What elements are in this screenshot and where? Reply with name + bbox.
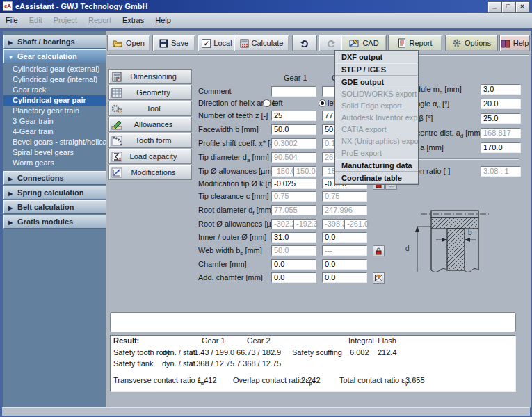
row-transmission-ratio: Transmission ratio [-] 3.08 : 1 <box>0 166 532 178</box>
gear2-tip-clearance-value: 0.75 <box>322 191 367 202</box>
gear1-tip-clearance-value: 0.75 <box>271 191 316 202</box>
safety-tooth-root-gear2: 66.73 / 182.9 <box>236 348 281 357</box>
redo-icon <box>326 39 336 47</box>
calculate-button[interactable]: Calculate <box>234 35 289 51</box>
row-normal-module: Normal module mn [mm] 3.0 <box>0 84 532 96</box>
gear1-add-chamfer-input[interactable]: 0.0 <box>271 272 316 283</box>
menu-item-manufacturing-data[interactable]: Manufacturing data <box>335 159 418 172</box>
gear2-root-allowance-lower: -261.0 <box>344 219 367 229</box>
cad-icon <box>348 38 360 48</box>
safety-tooth-root-label: Safety tooth root <box>113 348 170 357</box>
results-integral-header: Integral <box>348 336 374 345</box>
gear2-add-chamfer-input[interactable]: 0.0 <box>322 272 367 283</box>
results-gear2-header: Gear 2 <box>247 336 271 345</box>
diagram-di-label: di <box>405 245 410 252</box>
help-button[interactable]: Help <box>499 35 530 51</box>
overlap-contact-ratio-value: 2.242 <box>301 376 321 384</box>
tip-clearance-label: Tip clearance c [mm] <box>198 192 269 200</box>
gear2-chamfer-input[interactable]: 0.0 <box>322 259 367 270</box>
transmission-ratio-value: 3.08 : 1 <box>481 166 521 177</box>
menu-help[interactable]: Help <box>150 16 177 24</box>
sidebar-section-gear-calculation[interactable]: ▼ Gear calculation <box>3 49 109 63</box>
local-toggle[interactable]: ✓ Local <box>198 35 236 51</box>
message-area <box>110 312 516 332</box>
menu-item-step-iges[interactable]: STEP / IGES <box>335 63 418 76</box>
menu-bar: File Edit Project Report Extras Help <box>0 13 532 28</box>
row-tip-clearance: Tip clearance c [mm] 0.75 0.75 <box>0 191 532 203</box>
diagram-bs-label: bs <box>468 229 472 236</box>
menu-report: Report <box>83 16 117 24</box>
gear1-root-allowance-upper: -302.2 <box>271 219 293 229</box>
menu-item-gde-output[interactable]: GDE output <box>335 76 418 88</box>
gear1-inner-outer-input[interactable]: 31.0 <box>271 232 316 243</box>
menu-item-coordinate-table[interactable]: Coordinate table <box>335 172 418 184</box>
results-title: Result: <box>113 336 139 345</box>
options-button[interactable]: Options <box>445 35 498 51</box>
calculator-icon <box>240 39 249 48</box>
results-flash-header: Flash <box>378 336 396 345</box>
row-centre-distance: Centre dist. a [mm] 170.0 <box>0 142 532 154</box>
web-width-label: Web width bs [mm] <box>198 246 262 256</box>
expanded-arrow-icon: ▼ <box>8 51 15 64</box>
root-diameter-label: Root diameter df [mm] <box>198 206 273 216</box>
title-bar: eA eAssistant - GWJ Technology GmbH <box>0 0 532 13</box>
gear1-web-width-value: 50.0 <box>271 245 316 256</box>
window-title: eAssistant - GWJ Technology GmbH <box>15 2 148 10</box>
sidebar-section-shaft-bearings[interactable]: ▶ Shaft / bearings <box>3 35 109 49</box>
undo-button[interactable] <box>292 35 317 51</box>
helix-angle-input[interactable]: 25.0 <box>481 113 521 124</box>
row-helix-angle: Helix angle β [°] 25.0 <box>0 113 532 125</box>
root-allowances-label: Root Ø allowances [µm] <box>198 220 280 228</box>
safety-scuffing-flash: 212.4 <box>378 348 397 357</box>
lock-icon[interactable] <box>373 245 385 256</box>
sidebar-item-cylindrical-gear-internal[interactable]: Cylindrical gear (internal) <box>3 74 113 85</box>
minimize-button[interactable]: _ <box>487 1 501 13</box>
local-checkbox[interactable]: ✓ <box>202 39 211 48</box>
save-button[interactable]: Save <box>152 35 195 51</box>
chamfer-label: Chamfer [mm] <box>198 260 247 268</box>
gear2-inner-outer-input[interactable]: 0.0 <box>322 232 367 243</box>
menu-item-dxf-output[interactable]: DXF output <box>335 51 418 63</box>
collapsed-arrow-icon: ▶ <box>8 37 15 49</box>
gear2-root-diameter-value: 247.996 <box>322 205 367 215</box>
report-button[interactable]: Report <box>388 35 442 51</box>
add-chamfer-label: Add. chamfer [mm] <box>198 273 263 281</box>
report-document-icon <box>398 38 406 48</box>
maximize-button[interactable]: □ <box>501 1 515 13</box>
total-contact-ratio-label: Total contact ratio εγ: <box>339 376 410 386</box>
gear1-chamfer-input[interactable]: 0.0 <box>271 259 316 270</box>
menu-extras[interactable]: Extras <box>117 16 150 24</box>
menu-item-nx-unigraphics-export: NX (Unigraphics) export <box>335 136 418 147</box>
cad-button[interactable]: CAD <box>341 35 387 51</box>
gear-section-diagram: di bs <box>400 206 504 288</box>
tab-dimensioning[interactable]: Dimensioning <box>108 69 192 84</box>
transverse-contact-ratio-label: Transverse contact ratio εα: <box>113 376 206 386</box>
gear1-modification-tip-input[interactable]: -0.025 <box>271 179 316 189</box>
gear2-root-allowance-upper: -398.3 <box>322 219 344 229</box>
app-icon: eA <box>3 1 13 11</box>
dimensioning-icon <box>111 72 122 82</box>
centre-distance-input[interactable]: 170.0 <box>481 142 521 153</box>
open-button[interactable]: Open <box>107 35 150 51</box>
open-folder-icon <box>113 39 123 48</box>
toolbar-separator <box>107 54 529 56</box>
safety-flank-gear1: 7.368 / 12.75 <box>190 359 234 368</box>
close-button[interactable]: × <box>515 1 529 13</box>
save-disk-icon <box>159 39 168 48</box>
row-pressure-angle: Pressure angle αn [°] 20.0 <box>0 99 532 111</box>
normal-module-input[interactable]: 3.0 <box>481 84 521 95</box>
undo-icon <box>300 39 309 47</box>
menu-edit: Edit <box>24 16 48 24</box>
row-modification-tip: Modification tip Ø k [mm] -0.025 -0.025 <box>0 179 532 190</box>
pressure-angle-input[interactable]: 20.0 <box>481 99 521 109</box>
gear-icon <box>452 38 462 48</box>
total-contact-ratio-value: 3.655 <box>405 376 425 384</box>
safety-scuffing-integral: 6.002 <box>350 348 369 357</box>
inner-outer-label: Inner / outer Ø [mm] <box>198 233 266 241</box>
safety-scuffing-label: Safety scuffing <box>292 348 342 357</box>
modification-tip-label: Modification tip Ø k [mm] <box>198 179 282 188</box>
gear2-web-width-value: --- <box>322 245 367 256</box>
menu-file[interactable]: File <box>0 16 24 24</box>
sidebar-item-cylindrical-gear-external[interactable]: Cylindrical gear (external) <box>3 64 113 74</box>
chamfer-sketch-icon[interactable] <box>373 272 385 284</box>
